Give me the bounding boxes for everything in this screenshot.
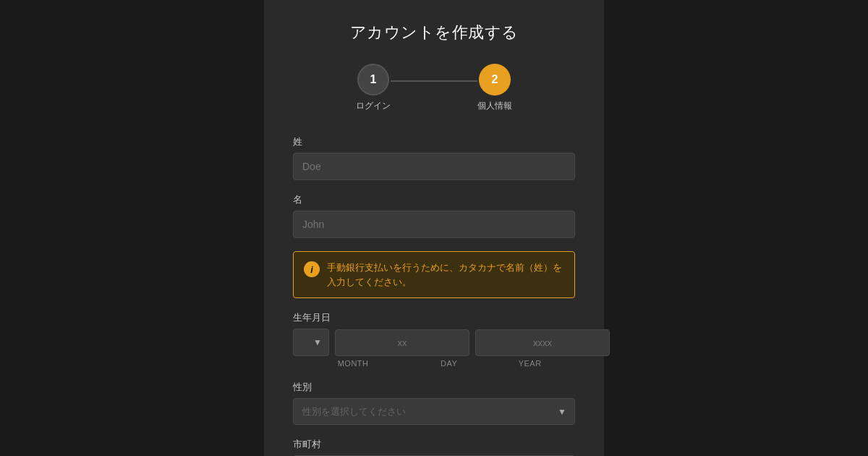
page-wrapper: アカウントを作成する 1 ログイン 2 個人情報 姓 名 — [0, 0, 868, 456]
step-2-label: 個人情報 — [477, 100, 512, 112]
month-label: MONTH — [293, 359, 413, 368]
gender-group: 性別 性別を選択してください 男性 女性 その他 ▼ — [293, 381, 575, 425]
first-name-label: 名 — [293, 193, 575, 206]
birthday-row: Month 1月 2月 3月 4月 5月 6月 7月 8月 9月 10月 11月… — [293, 329, 575, 356]
step-2-circle: 2 — [479, 64, 511, 96]
first-name-input[interactable] — [293, 211, 575, 238]
last-name-group: 姓 — [293, 135, 575, 180]
info-box: i 手動銀行支払いを行うために、カタカナで名前（姓）を入力してください。 — [293, 251, 575, 298]
birthday-label: 生年月日 — [293, 311, 575, 324]
year-label: YEAR — [485, 359, 575, 368]
gender-select[interactable]: 性別を選択してください 男性 女性 その他 — [293, 398, 575, 425]
form-card: アカウントを作成する 1 ログイン 2 個人情報 姓 名 — [264, 0, 604, 456]
day-label: DAY — [419, 359, 479, 368]
year-input[interactable] — [475, 329, 610, 356]
step-1: 1 ログイン — [356, 64, 391, 112]
page-title: アカウントを作成する — [293, 22, 575, 43]
month-select[interactable]: Month 1月 2月 3月 4月 5月 6月 7月 8月 9月 10月 11月… — [293, 329, 329, 356]
gender-label: 性別 — [293, 381, 575, 394]
gender-select-wrapper: 性別を選択してください 男性 女性 その他 ▼ — [293, 398, 575, 425]
first-name-group: 名 — [293, 193, 575, 238]
city-group: 市町村 3文字以上を入力してください ▼ — [293, 438, 575, 456]
birthday-group: 生年月日 Month 1月 2月 3月 4月 5月 6月 7月 8月 9月 10… — [293, 311, 575, 368]
info-text: 手動銀行支払いを行うために、カタカナで名前（姓）を入力してください。 — [327, 261, 564, 289]
step-2: 2 個人情報 — [477, 64, 512, 112]
step-1-label: ログイン — [356, 100, 391, 112]
info-icon: i — [304, 261, 320, 277]
city-label: 市町村 — [293, 438, 575, 451]
step-connector — [391, 80, 477, 82]
last-name-input[interactable] — [293, 153, 575, 180]
stepper: 1 ログイン 2 個人情報 — [293, 64, 575, 112]
last-name-label: 姓 — [293, 135, 575, 148]
day-input[interactable] — [335, 329, 469, 356]
month-select-wrapper: Month 1月 2月 3月 4月 5月 6月 7月 8月 9月 10月 11月… — [293, 329, 329, 356]
birthday-labels: MONTH DAY YEAR — [293, 359, 575, 368]
step-1-circle: 1 — [357, 64, 389, 96]
